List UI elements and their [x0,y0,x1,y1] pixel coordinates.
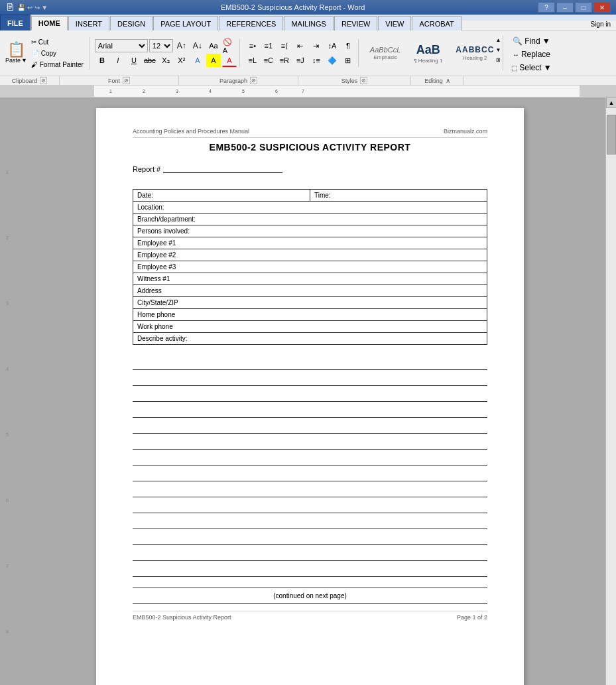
show-marks-button[interactable]: ¶ [341,39,355,52]
employee3-cell[interactable]: Employee #3 [133,261,487,273]
numbering-button[interactable]: ≡1 [261,39,276,52]
align-left-button[interactable]: ≡L [245,54,260,67]
employee2-cell[interactable]: Employee #2 [133,249,487,261]
replace-button[interactable]: ↔ Replace [510,48,553,60]
clipboard-launcher[interactable]: ⊘ [40,77,47,84]
witness1-cell[interactable]: Witness #1 [133,273,487,285]
activity-line-5[interactable] [133,419,487,434]
shading-button[interactable]: 🔷 [325,54,339,67]
scroll-track[interactable] [606,108,616,685]
close-button[interactable]: ✕ [593,2,611,13]
select-dropdown[interactable]: ▼ [544,63,552,72]
styles-more[interactable]: ⊞ [493,55,503,64]
sign-in-text[interactable]: Sign in [590,21,611,30]
activity-line-12[interactable] [133,530,487,545]
employee1-cell[interactable]: Employee #1 [133,237,487,249]
workphone-cell[interactable]: Work phone [133,321,487,333]
address-cell[interactable]: Address [133,285,487,297]
format-painter-button[interactable]: 🖌 Format Painter [29,60,86,70]
activity-line-11[interactable] [133,515,487,529]
activity-line-6[interactable] [133,435,487,450]
tab-review[interactable]: REVIEW [334,16,377,31]
font-launcher[interactable]: ⊘ [123,77,130,84]
homephone-cell[interactable]: Home phone [133,309,487,321]
tab-acrobat[interactable]: ACROBAT [412,16,461,31]
activity-line-2[interactable] [133,371,487,386]
activity-line-3[interactable] [133,387,487,402]
tab-insert[interactable]: INSERT [68,16,109,31]
find-button[interactable]: 🔍 Find ▼ [510,35,552,47]
font-color-button[interactable]: A [222,54,237,67]
tab-home[interactable]: HOME [31,16,68,31]
bullets-button[interactable]: ≡• [245,39,260,52]
branch-cell[interactable]: Branch/department: [133,214,487,225]
sort-button[interactable]: ↕A [325,39,339,52]
paragraph-launcher[interactable]: ⊘ [250,77,257,84]
tab-mailings[interactable]: MAILINGS [284,16,334,31]
tab-file[interactable]: FILE [0,15,31,31]
cut-button[interactable]: ✂ Cut [29,37,86,47]
report-number-line[interactable] [163,164,282,173]
activity-line-1[interactable] [133,355,487,370]
maximize-button[interactable]: □ [575,2,592,13]
styles-scroll-up[interactable]: ▲ [493,35,503,44]
select-button[interactable]: ⬚ Select ▼ [509,62,554,74]
editing-collapse[interactable]: ∧ [446,77,450,84]
help-button[interactable]: ? [538,2,555,13]
activity-line-14[interactable] [133,562,487,577]
highlight-button[interactable]: A [206,54,221,67]
paste-button[interactable]: 📋 Paste ▼ [5,42,27,64]
increase-font-button[interactable]: A↑ [174,39,189,52]
activity-line-8[interactable] [133,467,487,481]
bold-button[interactable]: B [95,54,109,67]
decrease-font-button[interactable]: A↓ [190,39,205,52]
increase-indent-button[interactable]: ⇥ [309,39,324,52]
superscript-button[interactable]: X² [174,54,189,67]
scroll-thumb[interactable] [607,115,616,155]
styles-scroll-down[interactable]: ▼ [493,45,503,54]
activity-line-7[interactable] [133,451,487,466]
justify-button[interactable]: ≡J [293,54,308,67]
align-center-button[interactable]: ≡C [261,54,276,67]
copy-button[interactable]: 📄 Copy [29,48,86,58]
activity-line-4[interactable] [133,403,487,418]
activity-line-10[interactable] [133,499,487,513]
activity-line-9[interactable] [133,483,487,497]
font-size-select[interactable]: 12 [149,39,173,52]
tab-references[interactable]: REFERENCES [219,16,283,31]
paste-dropdown-icon[interactable]: ▼ [21,57,27,64]
minimize-button[interactable]: – [556,2,574,13]
font-name-select[interactable]: Arial [95,39,148,52]
decrease-indent-button[interactable]: ⇤ [293,39,308,52]
change-case-button[interactable]: Aa [206,39,221,52]
activity-line-13[interactable] [133,546,487,561]
time-cell[interactable]: Time: [310,190,487,202]
citystatzip-cell[interactable]: City/State/ZIP [133,297,487,309]
strikethrough-button[interactable]: abc [143,54,157,67]
scroll-up-button[interactable]: ▲ [606,97,616,108]
paste-label[interactable]: Paste ▼ [5,57,27,64]
line-spacing-button[interactable]: ↕≡ [309,54,324,67]
borders-button[interactable]: ⊞ [341,54,355,67]
location-cell[interactable]: Location: [133,202,487,214]
underline-button[interactable]: U [127,54,141,67]
style-heading1[interactable]: AaB ¶ Heading 1 [408,36,448,70]
table-row: Employee #2 [133,249,487,261]
align-right-button[interactable]: ≡R [277,54,292,67]
subscript-button[interactable]: X₂ [158,54,173,67]
tab-view[interactable]: VIEW [378,16,411,31]
styles-launcher[interactable]: ⊘ [360,77,367,84]
persons-cell[interactable]: Persons involved: [133,225,487,237]
tab-pagelayout[interactable]: PAGE LAYOUT [153,16,218,31]
date-cell[interactable]: Date: [133,190,310,202]
clear-format-button[interactable]: 🚫A [222,39,237,52]
italic-button[interactable]: I [111,54,125,67]
describe-cell[interactable]: Describe activity: [133,333,487,345]
find-dropdown[interactable]: ▼ [542,36,550,46]
tab-design[interactable]: DESIGN [110,16,153,31]
style-heading2[interactable]: AABBCC Heading 2 [450,36,500,70]
style-emphasis[interactable]: AaBbCcL Emphasis [364,36,406,70]
text-effect-button[interactable]: A [190,54,205,67]
vertical-scrollbar[interactable]: ▲ ▼ [605,97,616,685]
multilevel-button[interactable]: ≡⟨ [277,39,292,52]
